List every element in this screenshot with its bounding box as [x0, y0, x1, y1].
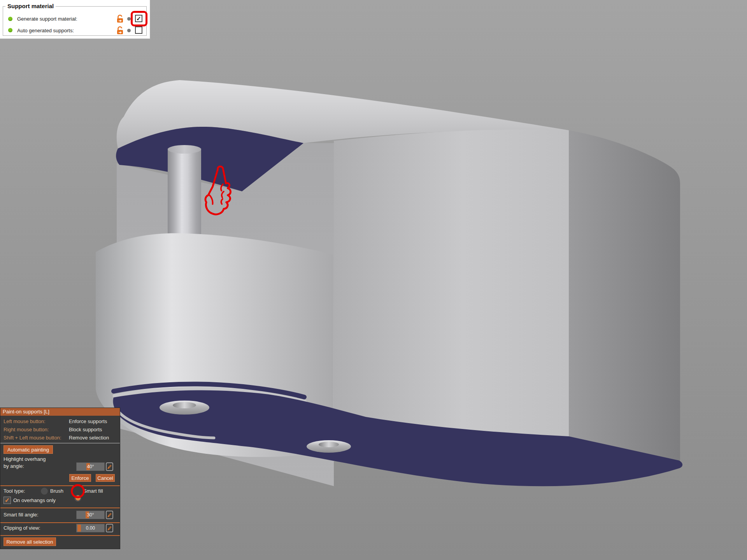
model-right-face — [569, 130, 680, 461]
checkbox-highlight-annotation — [131, 11, 147, 26]
edit-pencil-button[interactable] — [106, 524, 113, 532]
paint-on-supports-panel: Paint-on supports [L] Left mouse button:… — [0, 408, 120, 549]
pencil-icon — [107, 526, 112, 531]
shortcut-action-left: Enforce supports — [69, 417, 107, 425]
model-hole-2-bore — [319, 442, 339, 447]
remove-all-selection-button[interactable]: Remove all selection — [4, 537, 56, 546]
smart-fill-angle-value: 30° — [77, 511, 104, 519]
support-material-panel: Support material Generate support materi… — [0, 0, 150, 39]
smart-fill-angle-label: Smart fill angle: — [4, 512, 39, 518]
on-overhangs-label[interactable]: On overhangs only — [13, 497, 56, 504]
radio-highlight-annotation — [71, 484, 85, 498]
highlight-overhang-label: Highlight overhang — [4, 456, 46, 462]
on-overhangs-checkbox[interactable]: ✓ — [4, 497, 11, 504]
shortcut-action-right: Block supports — [69, 425, 102, 434]
model-pin-cap — [168, 145, 201, 154]
separator — [0, 535, 120, 536]
smart-fill-angle-slider[interactable]: 30° — [76, 511, 105, 519]
model-hole-1-bore — [173, 402, 196, 408]
separator — [0, 485, 120, 486]
support-panel-title: Support material — [5, 3, 56, 10]
shortcut-key-right: Right mouse button: — [4, 425, 49, 434]
brush-radio[interactable] — [41, 488, 48, 495]
highlight-angle-slider[interactable]: 40° — [76, 462, 105, 471]
slicer-window: Support material Generate support materi… — [0, 0, 747, 560]
clipping-slider[interactable]: 0.00 — [76, 524, 105, 532]
separator — [0, 522, 120, 523]
lock-open-icon[interactable] — [117, 14, 124, 23]
cancel-button[interactable]: Cancel — [96, 474, 115, 482]
shortcut-action-shift: Remove selection — [69, 434, 109, 442]
clipping-value: 0.00 — [77, 524, 104, 532]
separator — [0, 508, 120, 508]
modified-dot-icon — [127, 29, 131, 32]
enforce-button[interactable]: Enforce — [69, 474, 91, 482]
smart-fill-label[interactable]: Smart fill — [83, 488, 103, 494]
status-green-icon — [8, 17, 12, 21]
pencil-icon — [107, 513, 112, 518]
separator — [0, 443, 120, 443]
highlight-angle-value: 40° — [77, 463, 104, 471]
paint-panel-title: Paint-on supports [L] — [0, 408, 120, 416]
tool-type-label: Tool type: — [4, 488, 25, 494]
model-front-face — [334, 130, 569, 461]
status-green-icon — [8, 28, 12, 32]
brush-label[interactable]: Brush — [50, 488, 63, 494]
auto-generated-checkbox[interactable] — [135, 26, 142, 34]
shortcut-key-shift: Shift + Left mouse button: — [4, 434, 61, 442]
edit-pencil-button[interactable] — [106, 462, 113, 471]
shortcut-key-left: Left mouse button: — [4, 417, 46, 425]
clipping-label: Clipping of view: — [4, 525, 40, 531]
generate-support-label: Generate support material: — [17, 16, 77, 22]
edit-pencil-button[interactable] — [106, 511, 113, 519]
highlight-overhang-label2: by angle: — [4, 463, 24, 469]
auto-generated-label: Auto generated supports: — [17, 28, 74, 34]
automatic-painting-button[interactable]: Automatic painting — [4, 445, 53, 454]
pencil-icon — [107, 464, 112, 469]
lock-open-icon[interactable] — [117, 26, 124, 35]
modified-dot-icon — [127, 17, 131, 21]
